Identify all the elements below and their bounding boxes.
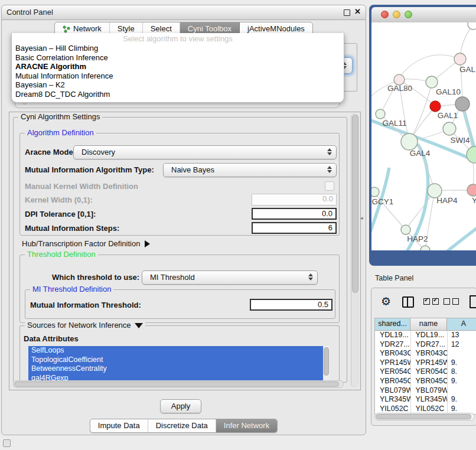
algorithm-option-aracne-algorithm[interactable]: ARACNE Algorithm <box>12 62 344 71</box>
table-row[interactable]: YLR345WYLR345W9. <box>375 395 476 405</box>
network-node[interactable] <box>467 184 476 196</box>
dpi-tolerance-field[interactable]: 0.0 <box>252 208 337 220</box>
kernel-width-field[interactable]: 0.0 <box>252 194 337 206</box>
table-cell: YPR145W <box>375 358 411 368</box>
attributes-scrollbar-thumb[interactable] <box>324 347 329 376</box>
algorithm-option-mutual-information-inference[interactable]: Mutual Information Inference <box>12 71 344 81</box>
table-cell: YDR27... <box>375 340 411 350</box>
column-header-shared[interactable]: shared... <box>375 318 410 330</box>
close-traffic-light-icon[interactable] <box>381 11 389 18</box>
column-header-name[interactable]: name <box>410 318 447 330</box>
table-horizontal-scrollbar[interactable] <box>374 413 475 420</box>
network-node[interactable] <box>420 246 430 250</box>
network-node[interactable] <box>468 22 476 30</box>
tab-infer-network[interactable]: Infer Network <box>216 419 277 432</box>
float-window-icon[interactable] <box>344 9 350 16</box>
dock-grip-icon[interactable] <box>3 439 11 447</box>
threshold-definition-legend: Threshold Definition <box>25 250 98 259</box>
attribute-item-topologicalcoefficient[interactable]: TopologicalCoefficient <box>28 356 330 365</box>
table-cell: 9. <box>448 405 476 414</box>
network-node[interactable] <box>401 225 410 234</box>
split-pane-icon[interactable] <box>402 296 414 308</box>
settings-vscroll-thumb[interactable] <box>352 115 358 293</box>
node-label-gcy1: GCY1 <box>372 197 394 206</box>
mi-type-combo[interactable]: Naive Bayes <box>163 163 337 177</box>
table-row[interactable]: YDL19...YDL19...13 <box>375 331 476 340</box>
table-row[interactable]: YBR043CYBR043C <box>375 349 476 358</box>
new-table-icon[interactable] <box>470 295 476 308</box>
table-cell: YLR345W <box>375 395 411 405</box>
network-node[interactable] <box>376 109 385 119</box>
zoom-traffic-light-icon[interactable] <box>405 11 412 18</box>
apply-button[interactable]: Apply <box>160 399 201 413</box>
table-row[interactable]: YPR145WYPR145W9. <box>375 358 476 368</box>
attribute-item-betweennesscentrality[interactable]: BetweennessCentrality <box>28 364 330 374</box>
which-threshold-combo[interactable]: MI Threshold <box>142 270 318 285</box>
select-all-icon[interactable] <box>423 298 439 305</box>
algorithm-option-dream8-dc-tdc-algorithm[interactable]: Dream8 DC_TDC Algorithm <box>12 90 344 99</box>
network-node[interactable] <box>455 97 470 111</box>
tab-discretize-data[interactable]: Discretize Data <box>148 419 216 432</box>
control-panel-titlebar[interactable]: Control Panel ✕ <box>2 5 366 20</box>
network-node[interactable] <box>443 122 456 135</box>
close-icon[interactable]: ✕ <box>354 7 361 16</box>
network-canvas[interactable]: GALGAL80GAL10GAL11GAL1SWI4GAL4GCY1HAP4YH… <box>371 22 476 250</box>
table-row[interactable]: YER054CYER054C8. <box>375 367 476 377</box>
table-cell: YBR045C <box>411 377 448 386</box>
settings-hscroll-thumb[interactable] <box>14 381 339 387</box>
spinner-arrows-icon <box>327 148 332 155</box>
data-attributes-list[interactable]: SelfLoopsTopologicalCoefficientBetweenne… <box>28 346 330 381</box>
table-cell: YBL079W <box>375 386 411 396</box>
network-node[interactable] <box>426 76 438 88</box>
algorithm-definition-groupbox: Algorithm Definition Aracne Mode: Discov… <box>19 133 340 236</box>
minimize-traffic-light-icon[interactable] <box>393 11 400 18</box>
cyni-settings-panel: Cyni Algorithm Settings Algorithm Defini… <box>9 112 361 390</box>
tab-label: Discretize Data <box>156 419 208 432</box>
table-hscroll-thumb[interactable] <box>376 414 471 419</box>
tab-impute-data[interactable]: Impute Data <box>90 419 148 432</box>
network-edge-highlighted[interactable] <box>441 226 476 250</box>
table-cell <box>448 386 476 396</box>
tab-label: Infer Network <box>224 419 269 432</box>
manual-kernel-label: Manual Kernel Width Definition <box>25 182 138 191</box>
table-row[interactable]: YIL052CYIL052C9. <box>375 405 476 414</box>
attributes-scrollbar[interactable] <box>323 346 330 381</box>
hub-definition-toggle[interactable]: Hub/Transcription Factor Definition <box>22 239 150 248</box>
aracne-mode-combo[interactable]: Discovery <box>73 145 337 159</box>
algorithm-option-basic-correlation-inference[interactable]: Basic Correlation Inference <box>12 53 344 63</box>
manual-kernel-checkbox[interactable] <box>325 181 334 191</box>
data-attributes-items: SelfLoopsTopologicalCoefficientBetweenne… <box>28 346 330 381</box>
column-header-a[interactable]: A <box>447 318 476 330</box>
network-node[interactable] <box>371 187 379 197</box>
table-cell: YBR043C <box>375 349 411 358</box>
network-node[interactable] <box>454 53 466 65</box>
table-cell: YDL19... <box>411 331 448 340</box>
network-window-titlebar[interactable] <box>371 7 476 23</box>
table-row[interactable]: YDR27...YDR27...12 <box>375 340 476 350</box>
table-cell: YBR043C <box>411 349 448 358</box>
sources-legend[interactable]: Sources for Network Inference <box>25 321 145 330</box>
table-row[interactable]: YBR045CYBR045C9. <box>375 377 476 386</box>
gear-icon[interactable]: ⚙ <box>381 295 391 308</box>
network-node[interactable] <box>467 146 476 163</box>
network-node[interactable] <box>401 133 418 150</box>
mi-threshold-field[interactable]: 0.5 <box>250 299 332 311</box>
settings-horizontal-scrollbar[interactable] <box>13 380 344 388</box>
panel-divider-handle[interactable]: ◂ <box>360 215 363 221</box>
settings-vertical-scrollbar[interactable] <box>351 113 359 387</box>
attribute-item-selfloops[interactable]: SelfLoops <box>28 346 330 356</box>
table-row[interactable]: YBL079WYBL079W <box>375 386 476 396</box>
algorithm-option-bayesian-hill-climbing[interactable]: Bayesian – Hill Climbing <box>12 44 344 53</box>
select-none-icon[interactable] <box>444 298 459 305</box>
expand-right-icon <box>145 240 150 247</box>
network-node[interactable] <box>430 101 441 112</box>
mi-type-value: Naive Bayes <box>171 165 214 174</box>
aracne-mode-label: Aracne Mode: <box>25 148 76 156</box>
node-label-gal: GAL <box>459 65 476 74</box>
mi-steps-field[interactable]: 6 <box>252 222 337 234</box>
algorithm-definition-legend: Algorithm Definition <box>25 128 96 137</box>
table-cell: YIL052C <box>375 405 411 414</box>
node-label-y: Y <box>472 196 476 205</box>
network-edge[interactable] <box>409 83 432 142</box>
algorithm-option-bayesian-k2[interactable]: Bayesian – K2 <box>12 80 344 90</box>
